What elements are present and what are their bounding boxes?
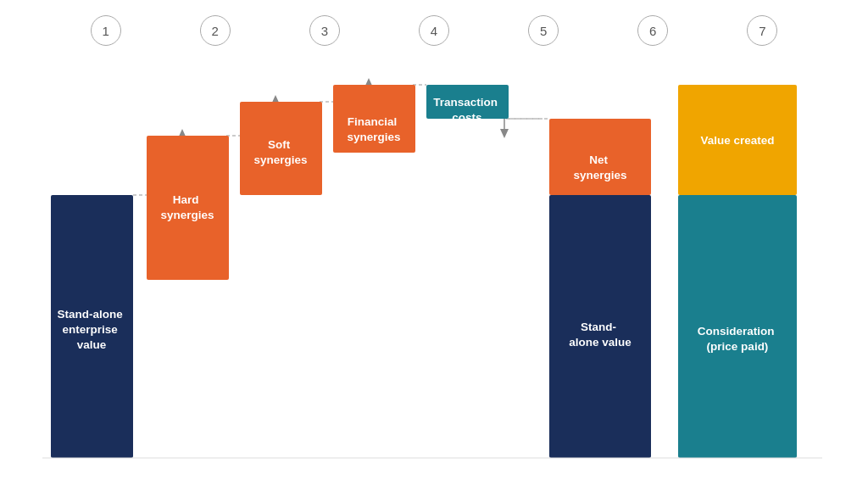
svg-marker-17 <box>500 129 509 138</box>
svg-text:Value created: Value created <box>700 134 774 147</box>
waterfall-svg: Stand-alone enterprise value Hard synerg… <box>0 0 868 491</box>
chart-container: 1 2 3 4 5 6 7 Stand-alone enterprise val… <box>0 0 868 491</box>
bar-hard-synergies <box>147 136 229 280</box>
